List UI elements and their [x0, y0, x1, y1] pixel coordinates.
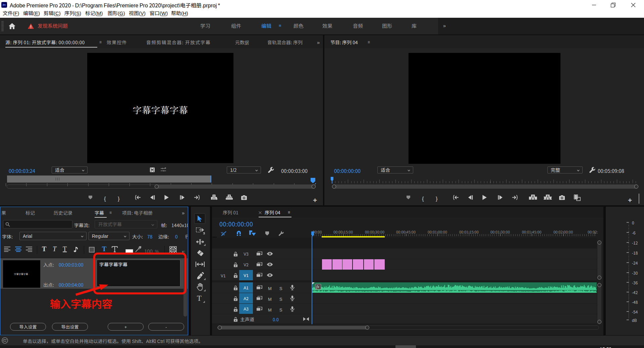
svg-text:fx: fx — [316, 284, 319, 289]
svg-text:输入字幕内容: 输入字幕内容 — [50, 296, 112, 311]
